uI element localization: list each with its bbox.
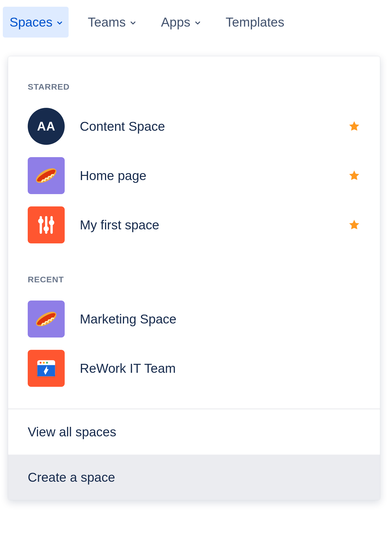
star-filled-icon[interactable] xyxy=(346,219,362,231)
nav-apps[interactable]: Apps xyxy=(154,7,207,38)
hotdog-icon xyxy=(28,157,65,194)
svg-point-13 xyxy=(43,362,45,364)
space-item-label: Content Space xyxy=(65,119,346,134)
hotdog-icon xyxy=(28,301,65,338)
avatar-initials: AA xyxy=(37,119,55,133)
nav-spaces[interactable]: Spaces xyxy=(3,7,69,38)
svg-point-14 xyxy=(46,362,48,364)
view-all-spaces[interactable]: View all spaces xyxy=(8,409,380,455)
svg-point-6 xyxy=(43,226,49,231)
avatar-aa-icon: AA xyxy=(28,108,65,145)
nav-apps-label: Apps xyxy=(161,15,190,30)
space-item-label: ReWork IT Team xyxy=(65,361,362,376)
nav-teams[interactable]: Teams xyxy=(81,7,142,38)
space-item-content-space[interactable]: AA Content Space xyxy=(8,102,380,151)
space-item-label: Home page xyxy=(65,168,346,183)
section-header-recent: Recent xyxy=(8,250,380,294)
app-window-icon xyxy=(28,350,65,387)
nav-templates-label: Templates xyxy=(226,15,284,30)
nav-teams-label: Teams xyxy=(88,15,125,30)
dropdown-footer: View all spaces Create a space xyxy=(8,409,380,500)
space-item-marketing-space[interactable]: Marketing Space xyxy=(8,294,380,344)
chevron-down-icon xyxy=(129,19,135,25)
section-header-starred: Starred xyxy=(8,56,380,102)
svg-point-5 xyxy=(38,218,43,224)
chevron-down-icon xyxy=(194,19,200,25)
space-item-rework-it-team[interactable]: ReWork IT Team xyxy=(8,344,380,393)
sliders-icon xyxy=(28,206,65,243)
star-filled-icon[interactable] xyxy=(346,120,362,132)
svg-point-7 xyxy=(49,220,54,225)
create-a-space[interactable]: Create a space xyxy=(8,455,380,500)
space-item-home-page[interactable]: Home page xyxy=(8,151,380,200)
space-item-label: My first space xyxy=(65,217,346,232)
nav-spaces-label: Spaces xyxy=(10,15,52,30)
star-filled-icon[interactable] xyxy=(346,169,362,182)
spaces-dropdown: Starred AA Content Space Home page xyxy=(8,56,380,500)
svg-point-12 xyxy=(39,362,41,364)
top-nav: Spaces Teams Apps Templates xyxy=(3,7,291,38)
space-item-my-first-space[interactable]: My first space xyxy=(8,200,380,250)
nav-templates[interactable]: Templates xyxy=(219,7,291,38)
chevron-down-icon xyxy=(56,19,62,25)
space-item-label: Marketing Space xyxy=(65,311,362,327)
